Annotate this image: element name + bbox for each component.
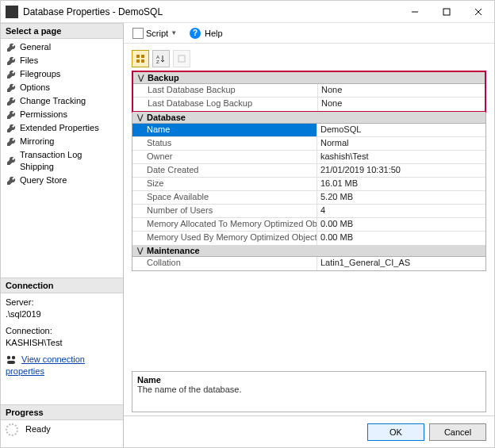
property-row[interactable]: Size16.01 MB	[132, 178, 485, 191]
svg-rect-1	[443, 9, 450, 15]
sidebar-page-label: Change Tracking	[20, 95, 86, 107]
property-row[interactable]: Number of Users4	[132, 205, 485, 218]
description-name: Name	[137, 375, 481, 385]
sidebar-page-general[interactable]: General	[1, 40, 123, 54]
category-label: Database	[147, 113, 186, 122]
property-value: Normal	[317, 137, 485, 150]
property-value: 0.00 MB	[317, 232, 485, 245]
property-value: DemoSQL	[317, 124, 485, 136]
property-value: None	[318, 98, 485, 111]
property-pages-button	[173, 50, 190, 67]
category-backup[interactable]: ⋁Backup	[133, 72, 485, 84]
alphabetical-view-button[interactable]: AZ	[152, 50, 170, 67]
close-icon	[474, 8, 482, 16]
sidebar-page-extended-properties[interactable]: Extended Properties	[1, 121, 123, 135]
property-name: Last Database Backup	[133, 84, 318, 97]
svg-text:Z: Z	[156, 59, 159, 63]
window-title: Database Properties - DemoSQL	[23, 6, 399, 17]
sidebar-page-options[interactable]: Options	[1, 81, 123, 94]
property-name: Number of Users	[132, 205, 317, 217]
category-database[interactable]: ⋁Database	[132, 112, 485, 124]
connection-label: Connection:	[6, 325, 118, 337]
property-name: Date Created	[132, 164, 317, 177]
sidebar-page-files[interactable]: Files	[1, 54, 123, 67]
property-row[interactable]: Space Available5.20 MB	[132, 191, 485, 205]
svg-rect-6	[7, 361, 15, 364]
property-grid[interactable]: ⋁BackupLast Database BackupNoneLast Data…	[132, 71, 486, 271]
app-icon	[6, 6, 18, 18]
server-label: Server:	[6, 297, 118, 308]
script-button[interactable]: Script ▼	[129, 25, 181, 41]
script-label: Script	[146, 29, 168, 38]
sidebar-page-filegroups[interactable]: Filegroups	[1, 67, 123, 81]
help-icon: ?	[190, 28, 201, 39]
property-name: Memory Used By Memory Optimized Objects	[132, 232, 317, 245]
property-row[interactable]: Ownerkashish\Test	[132, 151, 485, 164]
svg-rect-14	[178, 56, 185, 62]
ok-button[interactable]: OK	[367, 423, 424, 441]
maximize-button[interactable]	[431, 1, 462, 23]
svg-rect-9	[136, 59, 140, 63]
sidebar-page-permissions[interactable]: Permissions	[1, 108, 123, 121]
cancel-button[interactable]: Cancel	[429, 423, 486, 441]
wrench-icon	[6, 56, 17, 67]
categorized-view-button[interactable]	[132, 50, 149, 67]
property-row[interactable]: Last Database BackupNone	[133, 84, 485, 98]
title-bar: Database Properties - DemoSQL	[1, 1, 494, 23]
sidebar-page-label: General	[20, 41, 51, 53]
collapse-icon: ⋁	[135, 247, 144, 255]
view-connection-properties-link[interactable]: View connection properties	[6, 354, 118, 377]
wrench-icon	[6, 155, 17, 167]
property-value: Latin1_General_CI_AS	[317, 257, 485, 270]
property-row[interactable]: Last Database Log BackupNone	[133, 98, 485, 111]
wrench-icon	[6, 109, 17, 121]
left-panel: Select a page GeneralFilesFilegroupsOpti…	[1, 23, 124, 447]
sidebar-page-transaction-log-shipping[interactable]: Transaction Log Shipping	[1, 148, 123, 174]
script-icon	[132, 28, 144, 39]
description-pane: Name The name of the database.	[132, 371, 486, 412]
wrench-icon	[6, 123, 17, 134]
connection-block: Server: .\sql2019 Connection: KASHISH\Te…	[1, 293, 123, 382]
minimize-icon	[411, 8, 419, 16]
server-value: .\sql2019	[6, 308, 118, 320]
sidebar-page-label: Extended Properties	[20, 122, 99, 134]
property-row[interactable]: StatusNormal	[132, 137, 485, 151]
svg-point-5	[12, 356, 15, 359]
progress-header: Progress	[1, 404, 123, 420]
chevron-down-icon: ▼	[171, 29, 177, 36]
help-label: Help	[205, 29, 223, 38]
property-row[interactable]: Date Created21/01/2019 10:31:50	[132, 164, 485, 178]
collapse-icon: ⋁	[136, 74, 145, 82]
connection-value: KASHISH\Test	[6, 337, 118, 349]
minimize-button[interactable]	[399, 1, 431, 23]
sidebar-page-mirroring[interactable]: Mirroring	[1, 135, 123, 148]
property-value: 16.01 MB	[317, 178, 485, 190]
property-name: Owner	[132, 151, 317, 163]
svg-rect-10	[141, 59, 144, 63]
property-name: Size	[132, 178, 317, 190]
property-row[interactable]: CollationLatin1_General_CI_AS	[132, 257, 485, 270]
property-value: 0.00 MB	[317, 218, 485, 231]
sidebar-page-query-store[interactable]: Query Store	[1, 174, 123, 187]
svg-rect-7	[136, 55, 140, 58]
sidebar-page-change-tracking[interactable]: Change Tracking	[1, 94, 123, 108]
property-row[interactable]: NameDemoSQL	[132, 124, 485, 137]
svg-rect-8	[141, 55, 144, 58]
category-label: Backup	[148, 73, 179, 82]
category-label: Maintenance	[147, 246, 200, 255]
property-row[interactable]: Memory Used By Memory Optimized Objects0…	[132, 232, 485, 245]
wrench-icon	[6, 136, 17, 147]
toolbar: Script ▼ ? Help	[124, 23, 494, 44]
pages-icon	[177, 54, 186, 63]
property-value: None	[318, 84, 485, 97]
select-page-header: Select a page	[1, 23, 123, 39]
wrench-icon	[6, 82, 17, 94]
property-name: Name	[132, 124, 317, 136]
sort-az-icon: AZ	[156, 54, 166, 63]
close-button[interactable]	[462, 1, 494, 23]
category-maintenance[interactable]: ⋁Maintenance	[132, 245, 485, 257]
wrench-icon	[6, 96, 17, 107]
progress-block: Ready	[1, 420, 123, 439]
property-row[interactable]: Memory Allocated To Memory Optimized Ob0…	[132, 218, 485, 232]
help-button[interactable]: ? Help	[186, 25, 227, 41]
